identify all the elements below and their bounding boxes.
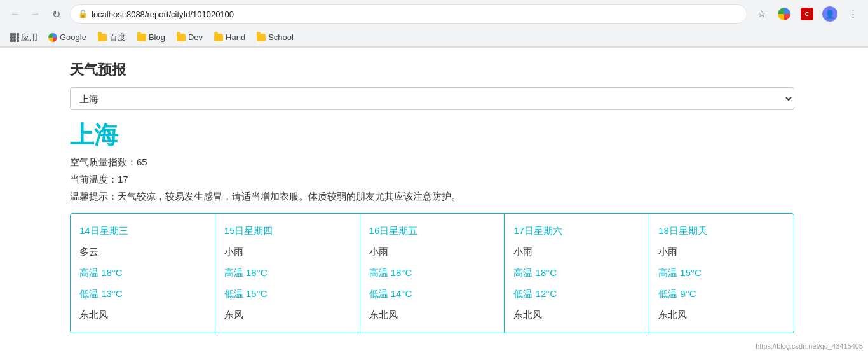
- folder-icon-dev: [177, 34, 186, 41]
- fc-weather-4: 小雨: [658, 246, 785, 258]
- aqi-line: 空气质量指数：65: [70, 157, 798, 169]
- bookmark-label-baidu: 百度: [109, 32, 126, 43]
- apps-button[interactable]: 应用: [6, 30, 41, 45]
- bookmark-label-blog: Blog: [149, 32, 165, 42]
- address-bar[interactable]: 🔓 localhost:8088/report/cityId/101020100: [70, 4, 747, 24]
- tip-text: 天气较凉，较易发生感冒，请适当增加衣服。体质较弱的朋友尤其应该注意防护。: [118, 191, 461, 202]
- aqi-label: 空气质量指数：: [70, 157, 137, 167]
- fc-high-1: 高温 18°C: [224, 267, 351, 279]
- grid-icon: [10, 33, 19, 42]
- browser-toolbar: ← → ↻ 🔓 localhost:8088/report/cityId/101…: [0, 0, 868, 28]
- fc-wind-4: 东北风: [658, 309, 785, 321]
- account-icon[interactable]: 👤: [821, 5, 839, 23]
- folder-icon-hand: [214, 34, 223, 41]
- fc-low-4: 低温 9°C: [658, 288, 785, 300]
- aqi-value: 65: [137, 157, 147, 167]
- forecast-card-4: 18日星期天 小雨 高温 15°C 低温 9°C 东北风: [649, 214, 794, 333]
- browser-chrome: ← → ↻ 🔓 localhost:8088/report/cityId/101…: [0, 0, 868, 48]
- fc-weather-0: 多云: [79, 246, 206, 258]
- fc-date-1: 15日星期四: [224, 225, 351, 237]
- folder-icon-school: [257, 34, 266, 41]
- page-title: 天气预报: [70, 60, 798, 80]
- fc-low-2: 低温 14°C: [369, 288, 496, 300]
- bookmark-google[interactable]: Google: [44, 31, 91, 44]
- bookmark-label-hand: Hand: [226, 32, 245, 42]
- csdn-icon[interactable]: C: [798, 5, 816, 23]
- fc-wind-1: 东风: [224, 309, 351, 321]
- bookmark-dev[interactable]: Dev: [172, 31, 207, 44]
- tip-label: 温馨提示：: [70, 191, 118, 202]
- google-favicon: [48, 33, 57, 42]
- fc-weather-3: 小雨: [513, 246, 640, 258]
- bookmark-label-dev: Dev: [188, 32, 203, 42]
- forward-button[interactable]: →: [27, 5, 44, 23]
- fc-high-3: 高温 18°C: [513, 267, 640, 279]
- forecast-card-0: 14日星期三 多云 高温 18°C 低温 13°C 东北风: [71, 214, 215, 333]
- apps-label: 应用: [21, 32, 37, 43]
- google-color-icon: [778, 8, 790, 20]
- fc-weather-1: 小雨: [224, 246, 351, 258]
- bookmarks-bar: 应用 Google 百度 Blog Dev Hand School: [0, 28, 868, 47]
- city-select[interactable]: 上海: [70, 87, 794, 110]
- address-text: localhost:8088/report/cityId/101020100: [92, 10, 739, 19]
- toolbar-right: ☆ C 👤 ⋮: [752, 5, 862, 23]
- forecast-container: 14日星期三 多云 高温 18°C 低温 13°C 东北风 15日星期四 小雨 …: [70, 213, 794, 333]
- fc-date-0: 14日星期三: [79, 225, 206, 237]
- temp-label: 当前温度：: [70, 174, 118, 184]
- page-content: 天气预报 上海 上海 空气质量指数：65 当前温度：17 温馨提示：天气较凉，较…: [0, 48, 868, 346]
- temp-value: 17: [118, 174, 128, 184]
- temp-line: 当前温度：17: [70, 174, 798, 186]
- fc-high-4: 高温 15°C: [658, 267, 785, 279]
- folder-icon-blog: [137, 34, 146, 41]
- fc-low-0: 低温 13°C: [79, 288, 206, 300]
- city-select-wrapper: 上海: [70, 87, 794, 110]
- folder-icon-baidu: [98, 34, 107, 41]
- refresh-button[interactable]: ↻: [47, 5, 65, 23]
- fc-high-0: 高温 18°C: [79, 267, 206, 279]
- fc-wind-2: 东北风: [369, 309, 496, 321]
- fc-low-3: 低温 12°C: [513, 288, 640, 300]
- avatar-icon: 👤: [822, 6, 837, 22]
- nav-buttons: ← → ↻: [6, 5, 65, 23]
- bookmark-star-icon[interactable]: ☆: [752, 5, 770, 23]
- bookmark-label-school: School: [268, 32, 294, 42]
- fc-wind-0: 东北风: [79, 309, 206, 321]
- csdn-logo: C: [801, 8, 813, 20]
- bookmark-blog[interactable]: Blog: [133, 31, 170, 44]
- bookmark-label-google: Google: [60, 32, 86, 42]
- menu-icon[interactable]: ⋮: [844, 5, 862, 23]
- lock-icon: 🔓: [78, 10, 88, 18]
- fc-date-3: 17日星期六: [513, 225, 640, 237]
- bookmark-hand[interactable]: Hand: [210, 31, 250, 44]
- fc-high-2: 高温 18°C: [369, 267, 496, 279]
- city-name: 上海: [70, 119, 798, 151]
- forecast-card-1: 15日星期四 小雨 高温 18°C 低温 15°C 东风: [215, 214, 360, 333]
- forecast-card-2: 16日星期五 小雨 高温 18°C 低温 14°C 东北风: [360, 214, 505, 333]
- watermark: https://blog.csdn.net/qq_43415405: [756, 342, 863, 346]
- back-button[interactable]: ←: [6, 5, 24, 23]
- fc-wind-3: 东北风: [513, 309, 640, 321]
- tip-line: 温馨提示：天气较凉，较易发生感冒，请适当增加衣服。体质较弱的朋友尤其应该注意防护…: [70, 191, 798, 203]
- fc-date-2: 16日星期五: [369, 225, 496, 237]
- bookmark-school[interactable]: School: [252, 31, 298, 44]
- fc-weather-2: 小雨: [369, 246, 496, 258]
- forecast-card-3: 17日星期六 小雨 高温 18°C 低温 12°C 东北风: [505, 214, 649, 333]
- fc-date-4: 18日星期天: [658, 225, 785, 237]
- bookmark-baidu[interactable]: 百度: [93, 30, 130, 45]
- chrome-google-icon[interactable]: [775, 5, 793, 23]
- fc-low-1: 低温 15°C: [224, 288, 351, 300]
